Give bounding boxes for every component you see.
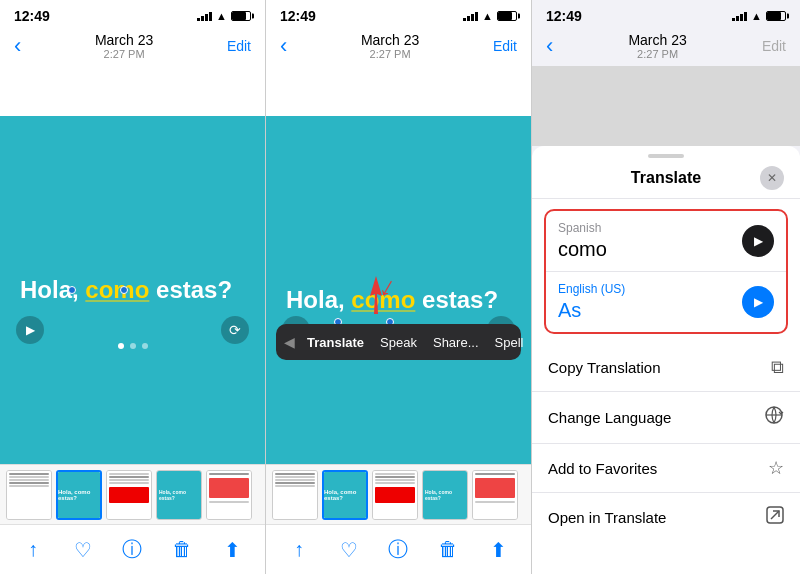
source-lang-label: Spanish (558, 221, 607, 235)
battery-icon-3 (766, 11, 786, 21)
blue-dot-left-1 (68, 286, 76, 294)
wifi-icon-3: ▲ (751, 10, 762, 22)
source-lang-section: Spanish como ▶ (546, 211, 786, 272)
nav-bar-3: ‹ March 23 2:27 PM Edit (532, 28, 800, 66)
slide-area-1: Hola, como estas? ▶ ⟳ (0, 116, 265, 464)
date-sub-3: 2:27 PM (628, 48, 686, 60)
play-icon-1[interactable]: ▶ (16, 316, 44, 344)
trash-icon-2[interactable]: 🗑 (430, 532, 466, 568)
signal-icon-1 (197, 11, 212, 21)
arrow-pointer (362, 276, 390, 304)
white-top-1 (0, 66, 265, 116)
play-source-button[interactable]: ▶ (742, 225, 774, 257)
change-language-row[interactable]: Change Language (532, 392, 800, 444)
date-sub-1: 2:27 PM (95, 48, 153, 60)
spell-menu-item[interactable]: Spell (487, 331, 532, 354)
status-bar-2: 12:49 ▲ (266, 0, 531, 28)
target-lang-info: English (US) As (558, 282, 625, 322)
slide-area-2: ◀ Translate Speak Share... Spell ▶ ↓ Hol… (266, 116, 531, 464)
copy-translation-row[interactable]: Copy Translation ⧉ (532, 344, 800, 392)
battery-icon-2 (497, 11, 517, 21)
blue-dot-right-1 (120, 286, 128, 294)
heart-icon-1[interactable]: ♡ (65, 532, 101, 568)
status-time-1: 12:49 (14, 8, 50, 24)
signal-icon-2 (463, 11, 478, 21)
back-button-1[interactable]: ‹ (14, 33, 21, 59)
heart-icon-2[interactable]: ♡ (331, 532, 367, 568)
status-icons-1: ▲ (197, 10, 251, 22)
edit-button-1[interactable]: Edit (227, 38, 251, 54)
wifi-icon-1: ▲ (216, 10, 227, 22)
play-target-button[interactable]: ▶ (742, 286, 774, 318)
nav-center-2: March 23 2:27 PM (361, 32, 419, 60)
thumb-2-4[interactable]: Hola, como estas? (422, 470, 468, 520)
thumb-3[interactable] (106, 470, 152, 520)
thumb-2-5[interactable] (472, 470, 518, 520)
date-title-2: March 23 (361, 32, 419, 48)
trash-icon-1[interactable]: 🗑 (164, 532, 200, 568)
context-left-arrow[interactable]: ◀ (280, 334, 299, 350)
open-translate-row[interactable]: Open in Translate (532, 493, 800, 542)
thumb-2-active[interactable]: Hola, como estas? (56, 470, 102, 520)
nav-bar-2: ‹ March 23 2:27 PM Edit (266, 28, 531, 66)
phone-panel-3: 12:49 ▲ ‹ March 23 2:27 PM Edit Translat… (532, 0, 800, 574)
upload-icon-2[interactable]: ⬆ (480, 532, 516, 568)
status-time-3: 12:49 (546, 8, 582, 24)
back-button-3[interactable]: ‹ (546, 33, 553, 59)
favorites-icon: ☆ (768, 457, 784, 479)
edit-button-3: Edit (762, 38, 786, 54)
source-word: como (558, 238, 607, 261)
white-top-2 (266, 66, 531, 116)
back-button-2[interactable]: ‹ (280, 33, 287, 59)
info-icon-2[interactable]: ⓘ (380, 532, 416, 568)
open-translate-icon (766, 506, 784, 529)
date-title-1: March 23 (95, 32, 153, 48)
thumb-5[interactable] (206, 470, 252, 520)
thumb-2-3[interactable] (372, 470, 418, 520)
status-icons-2: ▲ (463, 10, 517, 22)
status-icons-3: ▲ (732, 10, 786, 22)
target-lang-section: English (US) As ▶ (546, 272, 786, 332)
nav-center-1: March 23 2:27 PM (95, 32, 153, 60)
share-icon-1[interactable]: ↑ (15, 532, 51, 568)
open-translate-label: Open in Translate (548, 509, 666, 526)
bottom-bar-1: ↑ ♡ ⓘ 🗑 ⬆ (0, 524, 265, 574)
modal-title: Translate (631, 169, 701, 187)
signal-icon-3 (732, 11, 747, 21)
share-menu-item[interactable]: Share... (425, 331, 487, 354)
status-bar-1: 12:49 ▲ (0, 0, 265, 28)
slide-dot-3 (142, 343, 148, 349)
thumbnails-1: Hola, como estas? Hola, como estas? (0, 464, 265, 524)
target-word: As (558, 299, 625, 322)
speak-menu-item[interactable]: Speak (372, 331, 425, 354)
change-language-label: Change Language (548, 409, 671, 426)
slide-dot-active-1 (118, 343, 124, 349)
slide-dots-1 (0, 343, 265, 349)
edit-button-2[interactable]: Edit (493, 38, 517, 54)
date-sub-2: 2:27 PM (361, 48, 419, 60)
thumb-1[interactable] (6, 470, 52, 520)
share-icon-2[interactable]: ↑ (281, 532, 317, 568)
translate-menu-item[interactable]: Translate (299, 331, 372, 354)
highlight-word-1: como (85, 276, 149, 303)
phone-panel-1: 12:49 ▲ ‹ March 23 2:27 PM Edit Hola, co… (0, 0, 266, 574)
nav-bar-1: ‹ March 23 2:27 PM Edit (0, 28, 265, 66)
source-lang-info: Spanish como (558, 221, 607, 261)
battery-icon-1 (231, 11, 251, 21)
modal-header: Translate ✕ (532, 162, 800, 199)
info-icon-1[interactable]: ⓘ (114, 532, 150, 568)
thumb-2-1[interactable] (272, 470, 318, 520)
upload-icon-1[interactable]: ⬆ (214, 532, 250, 568)
slide-dot-2 (130, 343, 136, 349)
add-favorites-row[interactable]: Add to Favorites ☆ (532, 444, 800, 493)
refresh-icon-1[interactable]: ⟳ (221, 316, 249, 344)
copy-translation-label: Copy Translation (548, 359, 661, 376)
translate-modal: Translate ✕ Spanish como ▶ English (US) … (532, 146, 800, 574)
copy-translation-icon: ⧉ (771, 357, 784, 378)
status-time-2: 12:49 (280, 8, 316, 24)
bottom-bar-2: ↑ ♡ ⓘ 🗑 ⬆ (266, 524, 531, 574)
thumb-2-2-active[interactable]: Hola, como estas? (322, 470, 368, 520)
modal-close-button[interactable]: ✕ (760, 166, 784, 190)
thumb-4[interactable]: Hola, como estas? (156, 470, 202, 520)
thumbnails-2: Hola, como estas? Hola, como estas? (266, 464, 531, 524)
